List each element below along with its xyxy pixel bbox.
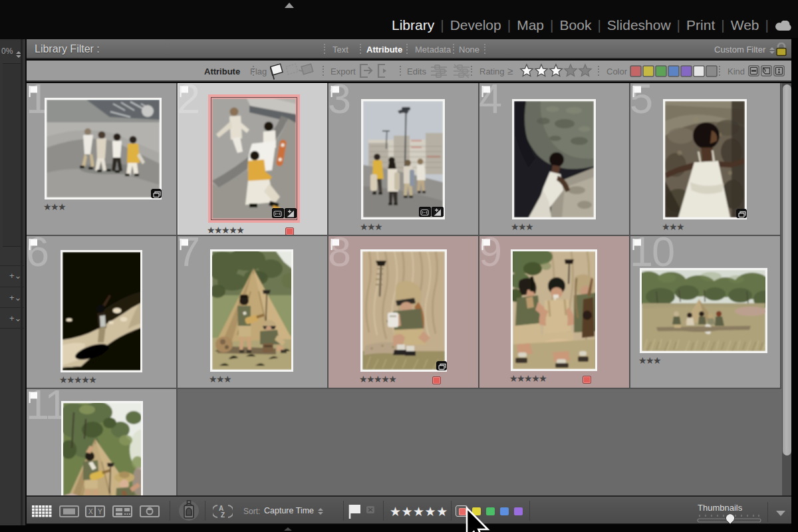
- svg-text:Z: Z: [221, 511, 225, 519]
- svg-text:Y: Y: [98, 508, 102, 515]
- svg-text:X: X: [88, 508, 93, 515]
